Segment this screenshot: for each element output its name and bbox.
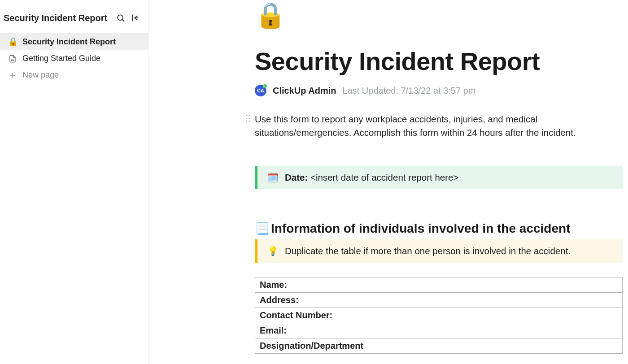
table-row-value[interactable] bbox=[368, 308, 623, 323]
svg-point-8 bbox=[246, 115, 247, 116]
calendar-icon: 🗓️ bbox=[267, 172, 279, 183]
table-row-label[interactable]: Email: bbox=[255, 323, 368, 338]
svg-line-1 bbox=[122, 20, 124, 22]
table-row-value[interactable] bbox=[368, 323, 623, 338]
sidebar-item-label: Security Incident Report bbox=[22, 37, 116, 47]
table-row-value[interactable] bbox=[368, 338, 623, 354]
collapse-sidebar-button[interactable] bbox=[128, 11, 142, 25]
svg-point-9 bbox=[249, 115, 250, 116]
table-row[interactable]: Address: bbox=[255, 293, 623, 308]
document-meta: CA ClickUp Admin Last Updated: 7/13/22 a… bbox=[255, 85, 623, 96]
svg-point-13 bbox=[249, 121, 250, 122]
sidebar-item-getting-started-guide[interactable]: Getting Started Guide bbox=[0, 50, 148, 67]
date-label: Date: bbox=[285, 172, 308, 182]
lock-icon: 🔒 bbox=[8, 37, 17, 47]
intro-text: Use this form to report any workplace ac… bbox=[255, 113, 623, 139]
sidebar-header: Security Incident Report bbox=[0, 0, 148, 33]
table-row[interactable]: Designation/Department bbox=[255, 338, 623, 354]
table-row[interactable]: Name: bbox=[255, 277, 623, 293]
search-button[interactable] bbox=[113, 11, 128, 25]
document-main: 🔒 Security Incident Report CA ClickUp Ad… bbox=[149, 0, 628, 364]
table-row-label[interactable]: Contact Number: bbox=[255, 308, 368, 323]
hint-text: Duplicate the table if more than one per… bbox=[285, 246, 571, 256]
section-individuals-heading[interactable]: 📃Information of individuals involved in … bbox=[255, 221, 623, 236]
date-placeholder: <insert date of accident report here> bbox=[310, 172, 458, 182]
new-page-label: New page bbox=[22, 70, 59, 80]
sidebar-item-label: Getting Started Guide bbox=[22, 54, 100, 63]
search-icon bbox=[116, 13, 125, 22]
svg-point-12 bbox=[246, 121, 247, 122]
individuals-table[interactable]: Name: Address: Contact Number: Email: De… bbox=[255, 277, 623, 354]
lock-icon: 🔒 bbox=[255, 1, 286, 29]
date-callout[interactable]: 🗓️ Date: <insert date of accident report… bbox=[255, 166, 623, 189]
sidebar-new-page[interactable]: New page bbox=[0, 67, 148, 83]
author-name: ClickUp Admin bbox=[273, 86, 336, 96]
lightbulb-icon: 💡 bbox=[267, 246, 279, 256]
table-row-label[interactable]: Address: bbox=[255, 293, 368, 308]
table-row[interactable]: Email: bbox=[255, 323, 623, 338]
section-title-text: Information of individuals involved in t… bbox=[271, 221, 570, 236]
hint-callout[interactable]: 💡 Duplicate the table if more than one p… bbox=[255, 239, 623, 263]
date-callout-text: Date: <insert date of accident report he… bbox=[285, 172, 458, 183]
document-header-icon[interactable]: 🔒 bbox=[255, 0, 623, 28]
svg-point-10 bbox=[246, 117, 247, 119]
sidebar-item-security-incident-report[interactable]: 🔒 Security Incident Report bbox=[0, 33, 148, 50]
intro-block[interactable]: Use this form to report any workplace ac… bbox=[255, 113, 623, 139]
document-title[interactable]: Security Incident Report bbox=[255, 47, 623, 76]
author-avatar[interactable]: CA bbox=[255, 85, 266, 96]
drag-handle-icon[interactable] bbox=[245, 114, 251, 122]
sidebar-title: Security Incident Report bbox=[4, 13, 113, 23]
table-row-value[interactable] bbox=[368, 293, 623, 308]
plus-icon bbox=[8, 71, 17, 79]
last-updated-value: 7/13/22 at 3:57 pm bbox=[401, 86, 476, 95]
last-updated-label: Last Updated: bbox=[343, 86, 399, 95]
table-row[interactable]: Contact Number: bbox=[255, 308, 623, 323]
svg-point-11 bbox=[249, 117, 250, 119]
sidebar: Security Incident Report 🔒 Security Inci… bbox=[0, 0, 149, 364]
collapse-icon bbox=[131, 13, 140, 22]
sidebar-nav: 🔒 Security Incident Report Getting Start… bbox=[0, 33, 148, 83]
document-content: 🔒 Security Incident Report CA ClickUp Ad… bbox=[255, 0, 627, 354]
table-row-label[interactable]: Name: bbox=[255, 277, 368, 293]
document-icon bbox=[8, 55, 17, 63]
table-row-value[interactable] bbox=[368, 277, 623, 293]
table-row-label[interactable]: Designation/Department bbox=[255, 338, 368, 354]
last-updated: Last Updated: 7/13/22 at 3:57 pm bbox=[343, 86, 476, 96]
page-icon: 📃 bbox=[255, 222, 269, 236]
